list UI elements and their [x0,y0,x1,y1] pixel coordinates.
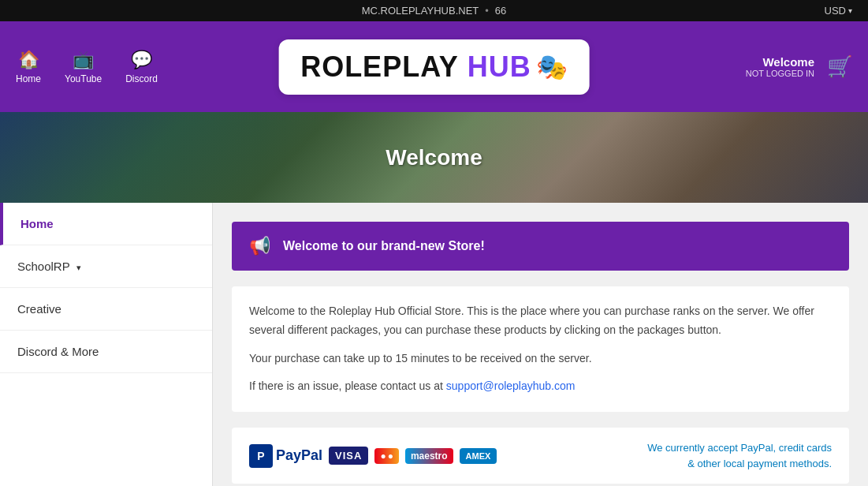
top-bar: MC.ROLEPLAYHUB.NET • 66 USD [0,0,868,21]
youtube-icon: 📺 [73,50,94,70]
logo-text-black: ROLEPLAY [300,50,459,84]
nav-home[interactable]: 🏠 Home [16,50,41,84]
main-content: 📢 Welcome to our brand-new Store! Welcom… [213,203,868,486]
nav-youtube[interactable]: 📺 YouTube [65,50,102,84]
player-count: 66 [495,5,506,17]
discord-icon: 💬 [131,50,152,70]
sidebar-item-discord-more[interactable]: Discord & More [0,331,212,373]
sidebar-item-creative[interactable]: Creative [0,288,212,331]
nav-discord[interactable]: 💬 Discord [125,50,158,84]
paypal-logo: P PayPal [249,444,322,468]
logo-emoji: 🎭 [536,52,568,82]
hero-title: Welcome [386,145,482,170]
amex-badge: AMEX [460,448,497,464]
sidebar-item-home[interactable]: Home [0,203,212,245]
store-intro-paragraph-2: Your purchase can take up to 15 minutes … [249,350,832,368]
main-layout: Home SchoolRP ▾ Creative Discord & More … [0,203,868,486]
site-logo: ROLEPLAY HUB 🎭 [278,39,590,95]
nav-youtube-label: YouTube [65,73,102,84]
welcome-text-block: Welcome NOT LOGGED IN [746,55,814,78]
store-intro-paragraph-3: If there is an issue, please contact us … [249,377,832,396]
paypal-icon: P [249,444,273,468]
logo-text-purple: HUB [468,50,531,84]
sidebar-item-schoolrp[interactable]: SchoolRP ▾ [0,245,212,288]
support-email-link[interactable]: support@roleplayhub.com [446,379,576,392]
logo-space [459,50,468,84]
payment-logos: P PayPal VISA ●● maestro AMEX [249,444,497,468]
hero-banner: Welcome [0,112,868,203]
visa-badge: VISA [329,447,368,465]
megaphone-icon: 📢 [249,236,270,256]
currency-selector[interactable]: USD [825,5,852,17]
login-status: NOT LOGGED IN [746,69,814,78]
payment-note: We currently accept PayPal, credit cards… [647,440,832,471]
store-intro-paragraph-1: Welcome to the Roleplay Hub Official Sto… [249,302,832,340]
header: 🏠 Home 📺 YouTube 💬 Discord ROLEPLAY HUB … [0,21,868,112]
contact-prefix: If there is an issue, please contact us … [249,379,446,392]
cart-icon[interactable]: 🛒 [827,54,852,79]
welcome-banner-text: Welcome to our brand-new Store! [283,239,485,253]
store-welcome-banner: 📢 Welcome to our brand-new Store! [232,222,849,271]
welcome-label: Welcome [746,55,814,69]
mastercard-badge: ●● [374,448,399,464]
home-icon: 🏠 [18,50,39,70]
header-right: Welcome NOT LOGGED IN 🛒 [746,54,852,79]
top-nav: 🏠 Home 📺 YouTube 💬 Discord [16,50,158,84]
separator-dot: • [485,5,489,17]
store-description: Welcome to the Roleplay Hub Official Sto… [232,286,849,412]
nav-home-label: Home [16,73,41,84]
paypal-label: PayPal [276,447,322,464]
payment-section: P PayPal VISA ●● maestro AMEX We current… [232,428,849,484]
server-address: MC.ROLEPLAYHUB.NET [362,5,479,17]
chevron-down-icon: ▾ [76,263,81,272]
nav-discord-label: Discord [125,73,158,84]
maestro-badge: maestro [405,448,453,464]
sidebar: Home SchoolRP ▾ Creative Discord & More [0,203,213,486]
